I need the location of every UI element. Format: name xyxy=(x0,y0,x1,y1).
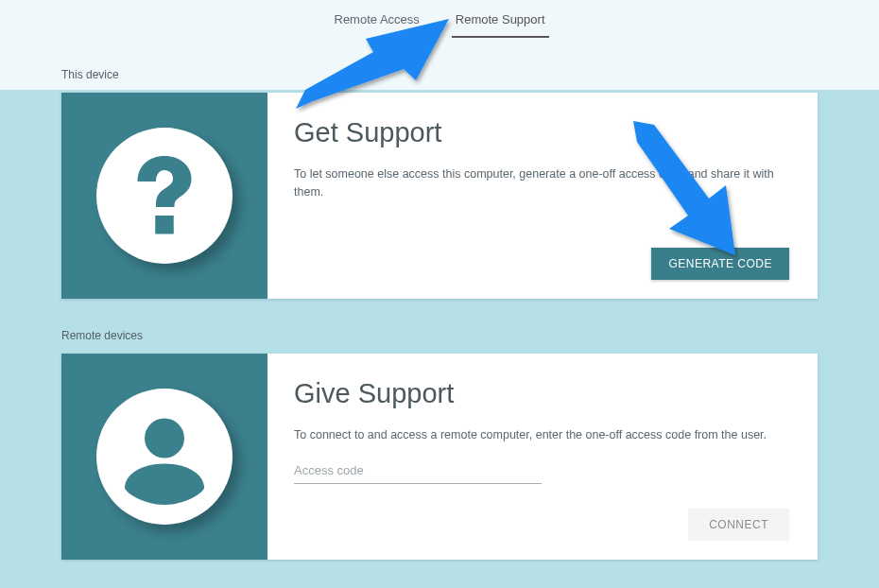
give-support-desc: To connect to and access a remote comput… xyxy=(294,426,789,444)
generate-code-button[interactable]: GENERATE CODE xyxy=(651,248,789,280)
connect-button[interactable]: CONNECT xyxy=(688,509,789,541)
card-body-give-support: Give Support To connect to and access a … xyxy=(267,354,818,560)
section-label-remote-devices: Remote devices xyxy=(61,329,818,342)
card-get-support: Get Support To let someone else access t… xyxy=(61,93,818,299)
content-wrapper: Remote Access Remote Support This device… xyxy=(61,0,818,560)
get-support-desc: To let someone else access this computer… xyxy=(294,165,789,201)
card-body-get-support: Get Support To let someone else access t… xyxy=(267,93,818,299)
section-label-this-device: This device xyxy=(61,68,818,81)
tab-remote-access[interactable]: Remote Access xyxy=(331,5,423,38)
svg-rect-1 xyxy=(155,216,174,234)
access-code-wrap xyxy=(294,458,542,484)
svg-point-3 xyxy=(145,419,184,458)
card-icon-person xyxy=(61,354,267,560)
get-support-title: Get Support xyxy=(294,117,789,148)
card-give-support: Give Support To connect to and access a … xyxy=(61,354,818,560)
access-code-input[interactable] xyxy=(294,458,542,484)
give-support-actions: CONNECT xyxy=(294,509,789,541)
tab-bar: Remote Access Remote Support xyxy=(61,0,818,38)
give-support-title: Give Support xyxy=(294,378,789,409)
tab-remote-support[interactable]: Remote Support xyxy=(452,5,549,38)
card-icon-question xyxy=(61,93,267,299)
person-icon xyxy=(94,386,235,527)
question-icon xyxy=(94,125,235,267)
get-support-actions: GENERATE CODE xyxy=(294,248,789,280)
